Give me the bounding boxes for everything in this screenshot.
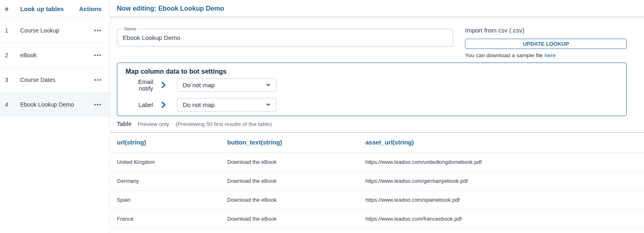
cell-asset-url: https://www.leadoo.com/franceebook.pdf [365, 209, 644, 228]
table-row: Germany Download the eBook https://www.l… [110, 171, 644, 190]
column-header-button-text: button_text(string) [227, 133, 365, 152]
mapping-row-email-notify: Email notify Do not map [126, 78, 618, 92]
now-editing-header: Now editing: Ebook Lookup Demo [110, 0, 644, 17]
sample-file-hint-text: You can download a sample file [465, 52, 544, 58]
row-actions-menu-icon[interactable]: ••• [94, 77, 102, 82]
table-row: United Kingdom Download the eBook https:… [110, 152, 644, 171]
chevron-right-icon [160, 101, 167, 108]
row-name: Course Lookup [20, 27, 94, 34]
cell-asset-url: https://www.leadoo.com/spainebook.pdf [365, 190, 644, 209]
lookup-tables-sidebar: # Look up tables Actions 1 Course Lookup… [0, 0, 110, 233]
map-columns-box: Map column data to bot settings Email no… [117, 63, 627, 116]
sidebar-item-course-lookup[interactable]: 1 Course Lookup ••• [0, 18, 110, 43]
name-and-import-row: Name Import from csv (.csv) UPDATE LOOKU… [117, 17, 627, 59]
sidebar-actions-column-header: Actions [79, 5, 102, 12]
table-row: France Download the eBook https://www.le… [110, 209, 644, 228]
row-name: Course Dates [20, 77, 94, 83]
cell-url: United Kingdom [110, 152, 227, 171]
row-name: eBook [20, 52, 94, 58]
label-mapping-select[interactable]: Do not map [177, 98, 277, 112]
editor-content: Name Import from csv (.csv) UPDATE LOOKU… [110, 17, 644, 127]
row-index: 2 [5, 52, 20, 58]
name-field: Name [117, 29, 453, 47]
csv-import-section: Import from csv (.csv) UPDATE LOOKUP You… [465, 17, 627, 59]
row-index: 1 [5, 27, 20, 34]
table-meta-row: Table Preview only (Previewing 50 first … [117, 121, 627, 127]
column-header-asset-url: asset_url(string) [365, 133, 644, 152]
table-preview-mode: Preview only [138, 121, 170, 127]
cell-button-text: Download the eBook [227, 152, 365, 171]
sidebar-item-course-dates[interactable]: 3 Course Dates ••• [0, 68, 110, 92]
editor-panel: Now editing: Ebook Lookup Demo Name Impo… [110, 0, 644, 233]
row-actions-menu-icon[interactable]: ••• [94, 28, 102, 33]
row-name: Ebook Lookup Demo [20, 101, 94, 108]
row-index: 3 [5, 77, 20, 83]
caret-down-icon [266, 104, 271, 106]
sidebar-item-ebook[interactable]: 2 eBook ••• [0, 43, 110, 68]
cell-url: France [110, 209, 227, 228]
name-input[interactable] [117, 29, 453, 46]
import-csv-label: Import from csv (.csv) [465, 27, 627, 34]
cell-asset-url: https://www.leadoo.com/unitedkingdomeboo… [365, 152, 644, 171]
page-title: Now editing: Ebook Lookup Demo [117, 5, 224, 12]
cell-button-text: Download the eBook [227, 190, 365, 209]
sidebar-name-column-header: Look up tables [20, 5, 79, 12]
table-preview-note: (Previewing 50 first results of the tabl… [176, 121, 272, 127]
mapping-row-label: Label Do not map [126, 98, 618, 112]
lookup-table-editor-app: # Look up tables Actions 1 Course Lookup… [0, 0, 644, 233]
name-field-label: Name [123, 26, 138, 31]
sample-file-hint: You can download a sample file here [465, 52, 627, 59]
row-index: 4 [5, 101, 20, 108]
sidebar-item-ebook-lookup-demo[interactable]: 4 Ebook Lookup Demo ••• [0, 92, 110, 117]
selected-option: Do not map [183, 101, 215, 108]
table-row: Spain Download the eBook https://www.lea… [110, 190, 644, 209]
cell-button-text: Download the eBook [227, 209, 365, 228]
update-lookup-button[interactable]: UPDATE LOOKUP [465, 39, 627, 49]
selected-option: Do not map [183, 82, 215, 89]
cell-button-text: Download the eBook [227, 171, 365, 190]
email-notify-mapping-select[interactable]: Do not map [177, 78, 277, 92]
mapping-label: Label [126, 102, 153, 108]
column-header-url: url(string) [110, 133, 227, 152]
cell-asset-url: https://www.leadoo.com/germanyebook.pdf [365, 171, 644, 190]
sidebar-header: # Look up tables Actions [0, 0, 110, 18]
chevron-right-icon [160, 82, 167, 89]
sample-file-link[interactable]: here [544, 52, 556, 58]
cell-url: Germany [110, 171, 227, 190]
caret-down-icon [266, 84, 271, 86]
table-section-title: Table [117, 121, 132, 127]
row-actions-menu-icon[interactable]: ••• [94, 102, 102, 107]
cell-url: Spain [110, 190, 227, 209]
sidebar-index-column-header: # [5, 5, 20, 12]
row-actions-menu-icon[interactable]: ••• [94, 52, 102, 58]
lookup-preview-table: url(string) button_text(string) asset_ur… [110, 133, 644, 228]
map-columns-title: Map column data to bot settings [126, 68, 618, 75]
table-header-row: url(string) button_text(string) asset_ur… [110, 133, 644, 152]
mapping-label: Email notify [126, 79, 153, 92]
